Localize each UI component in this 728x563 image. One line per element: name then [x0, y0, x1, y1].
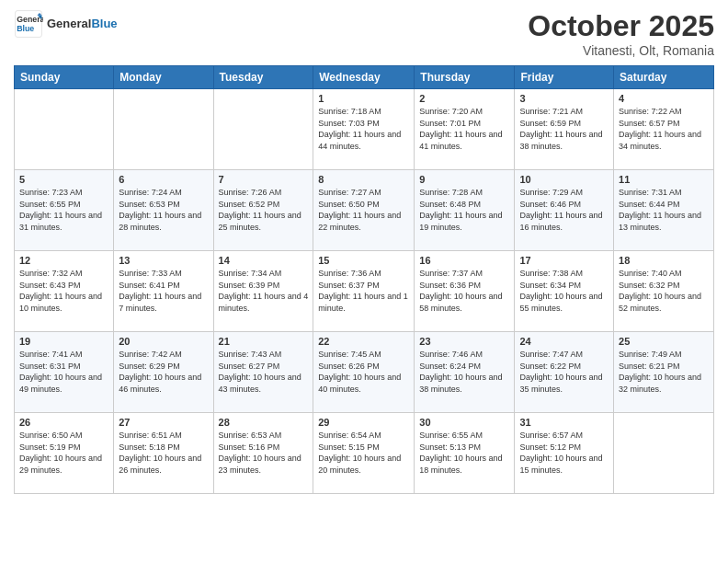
calendar-day-cell: 14Sunrise: 7:34 AM Sunset: 6:39 PM Dayli…	[213, 251, 313, 332]
calendar-container: General Blue GeneralBlue October 2025 Vi…	[0, 0, 728, 563]
day-info: Sunrise: 7:32 AM Sunset: 6:43 PM Dayligh…	[19, 268, 108, 314]
day-number: 16	[419, 255, 509, 266]
calendar-day-cell: 18Sunrise: 7:40 AM Sunset: 6:32 PM Dayli…	[614, 251, 714, 332]
day-info: Sunrise: 7:20 AM Sunset: 7:01 PM Dayligh…	[419, 106, 509, 152]
day-info: Sunrise: 7:43 AM Sunset: 6:27 PM Dayligh…	[219, 349, 309, 395]
day-info: Sunrise: 7:18 AM Sunset: 7:03 PM Dayligh…	[318, 106, 409, 152]
day-info: Sunrise: 7:40 AM Sunset: 6:32 PM Dayligh…	[619, 268, 709, 314]
day-number: 30	[419, 417, 509, 428]
day-number: 17	[519, 255, 609, 266]
weekday-header-cell: Tuesday	[213, 66, 313, 89]
day-number: 20	[119, 336, 208, 347]
day-info: Sunrise: 6:54 AM Sunset: 5:15 PM Dayligh…	[318, 430, 409, 476]
day-info: Sunrise: 7:36 AM Sunset: 6:37 PM Dayligh…	[318, 268, 409, 314]
weekday-header-cell: Saturday	[614, 66, 714, 89]
day-number: 10	[519, 174, 609, 185]
day-number: 4	[619, 93, 709, 104]
day-info: Sunrise: 6:55 AM Sunset: 5:13 PM Dayligh…	[419, 430, 509, 476]
day-number: 15	[318, 255, 409, 266]
day-info: Sunrise: 6:51 AM Sunset: 5:18 PM Dayligh…	[119, 430, 208, 476]
title-block: October 2025 Vitanesti, Olt, Romania	[528, 9, 714, 58]
day-number: 26	[19, 417, 108, 428]
logo: General Blue GeneralBlue	[14, 9, 118, 39]
calendar-day-cell: 5Sunrise: 7:23 AM Sunset: 6:55 PM Daylig…	[15, 170, 114, 251]
calendar-day-cell: 15Sunrise: 7:36 AM Sunset: 6:37 PM Dayli…	[313, 251, 415, 332]
calendar-day-cell: 24Sunrise: 7:47 AM Sunset: 6:22 PM Dayli…	[515, 332, 614, 413]
calendar-day-cell: 11Sunrise: 7:31 AM Sunset: 6:44 PM Dayli…	[614, 170, 714, 251]
calendar-day-cell: 23Sunrise: 7:46 AM Sunset: 6:24 PM Dayli…	[415, 332, 515, 413]
day-info: Sunrise: 7:41 AM Sunset: 6:31 PM Dayligh…	[19, 349, 108, 395]
day-number: 31	[519, 417, 609, 428]
day-info: Sunrise: 7:26 AM Sunset: 6:52 PM Dayligh…	[219, 187, 309, 233]
day-number: 11	[619, 174, 709, 185]
calendar-day-cell: 25Sunrise: 7:49 AM Sunset: 6:21 PM Dayli…	[614, 332, 714, 413]
weekday-header-cell: Thursday	[415, 66, 515, 89]
calendar-day-cell: 31Sunrise: 6:57 AM Sunset: 5:12 PM Dayli…	[515, 413, 614, 494]
day-info: Sunrise: 6:50 AM Sunset: 5:19 PM Dayligh…	[19, 430, 108, 476]
calendar-day-cell: 16Sunrise: 7:37 AM Sunset: 6:36 PM Dayli…	[415, 251, 515, 332]
calendar-day-cell	[15, 89, 114, 170]
day-number: 5	[19, 174, 108, 185]
day-info: Sunrise: 7:42 AM Sunset: 6:29 PM Dayligh…	[119, 349, 208, 395]
calendar-week-row: 1Sunrise: 7:18 AM Sunset: 7:03 PM Daylig…	[15, 89, 714, 170]
day-number: 7	[219, 174, 309, 185]
day-number: 19	[19, 336, 108, 347]
day-info: Sunrise: 7:38 AM Sunset: 6:34 PM Dayligh…	[519, 268, 609, 314]
day-number: 9	[419, 174, 509, 185]
day-number: 3	[519, 93, 609, 104]
logo-icon: General Blue	[14, 9, 43, 39]
page-header: General Blue GeneralBlue October 2025 Vi…	[14, 9, 714, 58]
day-info: Sunrise: 7:29 AM Sunset: 6:46 PM Dayligh…	[519, 187, 609, 233]
calendar-week-row: 12Sunrise: 7:32 AM Sunset: 6:43 PM Dayli…	[15, 251, 714, 332]
day-number: 2	[419, 93, 509, 104]
day-info: Sunrise: 7:33 AM Sunset: 6:41 PM Dayligh…	[119, 268, 208, 314]
day-info: Sunrise: 7:37 AM Sunset: 6:36 PM Dayligh…	[419, 268, 509, 314]
day-number: 23	[419, 336, 509, 347]
day-info: Sunrise: 7:34 AM Sunset: 6:39 PM Dayligh…	[219, 268, 309, 314]
calendar-day-cell: 10Sunrise: 7:29 AM Sunset: 6:46 PM Dayli…	[515, 170, 614, 251]
day-number: 28	[219, 417, 309, 428]
day-info: Sunrise: 7:21 AM Sunset: 6:59 PM Dayligh…	[519, 106, 609, 152]
day-info: Sunrise: 7:45 AM Sunset: 6:26 PM Dayligh…	[318, 349, 409, 395]
day-info: Sunrise: 7:28 AM Sunset: 6:48 PM Dayligh…	[419, 187, 509, 233]
weekday-header-cell: Monday	[114, 66, 213, 89]
day-number: 29	[318, 417, 409, 428]
calendar-day-cell: 2Sunrise: 7:20 AM Sunset: 7:01 PM Daylig…	[415, 89, 515, 170]
day-number: 22	[318, 336, 409, 347]
day-number: 8	[318, 174, 409, 185]
day-info: Sunrise: 7:31 AM Sunset: 6:44 PM Dayligh…	[619, 187, 709, 233]
day-info: Sunrise: 7:46 AM Sunset: 6:24 PM Dayligh…	[419, 349, 509, 395]
calendar-day-cell: 7Sunrise: 7:26 AM Sunset: 6:52 PM Daylig…	[213, 170, 313, 251]
calendar-body: 1Sunrise: 7:18 AM Sunset: 7:03 PM Daylig…	[15, 89, 714, 494]
calendar-day-cell: 8Sunrise: 7:27 AM Sunset: 6:50 PM Daylig…	[313, 170, 415, 251]
day-number: 24	[519, 336, 609, 347]
calendar-day-cell	[114, 89, 213, 170]
day-info: Sunrise: 7:24 AM Sunset: 6:53 PM Dayligh…	[119, 187, 208, 233]
calendar-day-cell: 6Sunrise: 7:24 AM Sunset: 6:53 PM Daylig…	[114, 170, 213, 251]
day-info: Sunrise: 7:23 AM Sunset: 6:55 PM Dayligh…	[19, 187, 108, 233]
calendar-week-row: 5Sunrise: 7:23 AM Sunset: 6:55 PM Daylig…	[15, 170, 714, 251]
calendar-day-cell: 19Sunrise: 7:41 AM Sunset: 6:31 PM Dayli…	[15, 332, 114, 413]
day-info: Sunrise: 7:22 AM Sunset: 6:57 PM Dayligh…	[619, 106, 709, 152]
weekday-header-cell: Wednesday	[313, 66, 415, 89]
logo-name: GeneralBlue	[47, 17, 118, 31]
calendar-day-cell: 28Sunrise: 6:53 AM Sunset: 5:16 PM Dayli…	[213, 413, 313, 494]
day-number: 12	[19, 255, 108, 266]
day-info: Sunrise: 7:47 AM Sunset: 6:22 PM Dayligh…	[519, 349, 609, 395]
calendar-week-row: 26Sunrise: 6:50 AM Sunset: 5:19 PM Dayli…	[15, 413, 714, 494]
calendar-table: SundayMondayTuesdayWednesdayThursdayFrid…	[14, 65, 714, 494]
day-number: 18	[619, 255, 709, 266]
calendar-day-cell	[213, 89, 313, 170]
calendar-day-cell: 17Sunrise: 7:38 AM Sunset: 6:34 PM Dayli…	[515, 251, 614, 332]
day-info: Sunrise: 7:27 AM Sunset: 6:50 PM Dayligh…	[318, 187, 409, 233]
calendar-day-cell: 3Sunrise: 7:21 AM Sunset: 6:59 PM Daylig…	[515, 89, 614, 170]
calendar-day-cell: 27Sunrise: 6:51 AM Sunset: 5:18 PM Dayli…	[114, 413, 213, 494]
calendar-day-cell: 4Sunrise: 7:22 AM Sunset: 6:57 PM Daylig…	[614, 89, 714, 170]
day-info: Sunrise: 6:53 AM Sunset: 5:16 PM Dayligh…	[219, 430, 309, 476]
calendar-day-cell: 9Sunrise: 7:28 AM Sunset: 6:48 PM Daylig…	[415, 170, 515, 251]
weekday-header-row: SundayMondayTuesdayWednesdayThursdayFrid…	[15, 66, 714, 89]
calendar-day-cell: 20Sunrise: 7:42 AM Sunset: 6:29 PM Dayli…	[114, 332, 213, 413]
calendar-day-cell: 21Sunrise: 7:43 AM Sunset: 6:27 PM Dayli…	[213, 332, 313, 413]
calendar-day-cell: 22Sunrise: 7:45 AM Sunset: 6:26 PM Dayli…	[313, 332, 415, 413]
calendar-day-cell: 1Sunrise: 7:18 AM Sunset: 7:03 PM Daylig…	[313, 89, 415, 170]
